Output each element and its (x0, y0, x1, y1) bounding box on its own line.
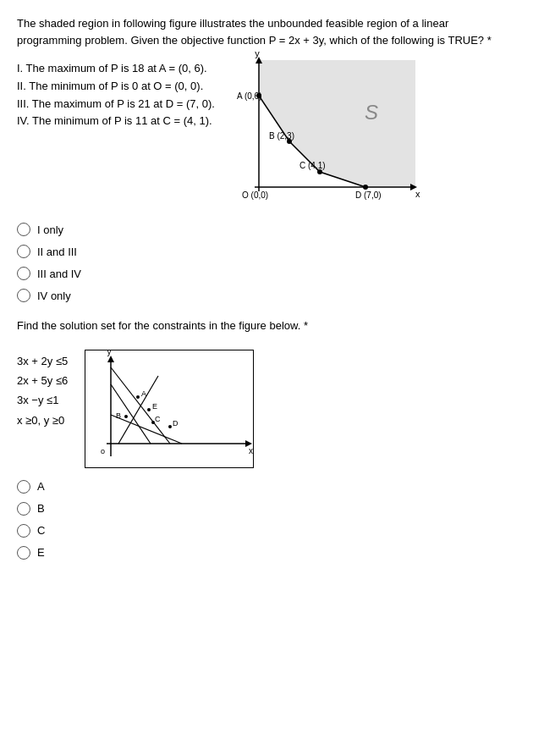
svg-point-36 (168, 425, 172, 428)
svg-text:y: y (255, 52, 260, 58)
constraint-2: 2x + 5y ≤6 (17, 371, 68, 390)
svg-text:E: E (152, 402, 157, 411)
svg-text:A (0,6): A (0,6) (237, 91, 261, 101)
q1-option-i-only[interactable]: I only (17, 223, 516, 236)
svg-text:S: S (365, 101, 378, 124)
q1-radio-iv-only[interactable] (17, 289, 30, 302)
svg-point-28 (136, 395, 140, 399)
statement-4: IV. The minimum of P is 11 at C = (4, 1)… (17, 113, 215, 130)
q2-label-a: A (37, 480, 45, 493)
q1-label-i-only: I only (37, 223, 63, 236)
q1-statements: I. The maximum of P is 18 at A = (0, 6).… (17, 60, 215, 212)
constraint-4: x ≥0, y ≥0 (17, 411, 68, 430)
q2-radio-a[interactable] (17, 480, 30, 494)
q2-graph: y x A (85, 350, 254, 468)
statement-1: I. The maximum of P is 18 at A = (0, 6). (17, 60, 215, 78)
q2-label-c: C (37, 524, 45, 537)
constraint-3: 3x −y ≤1 (17, 390, 68, 410)
q1-radio-i-only[interactable] (17, 223, 30, 236)
svg-point-32 (124, 415, 128, 418)
statement-3: III. The maximum of P is 21 at D = (7, 0… (17, 96, 215, 113)
q1-graph: y x S A (0,6) B (2,3) C (4,1) D (7,0) O (225, 52, 420, 212)
svg-point-15 (363, 185, 368, 190)
q2-option-a[interactable]: A (17, 480, 516, 494)
q2-label-e: E (37, 546, 45, 559)
q1-text: The shaded region in following figure il… (17, 15, 516, 48)
svg-text:D (7,0): D (7,0) (355, 190, 382, 200)
statement-2: II. The minimum of P is 0 at O = (0, 0). (17, 78, 215, 96)
q1-option-iii-iv[interactable]: III and IV (17, 267, 516, 280)
svg-text:B: B (116, 411, 121, 420)
svg-text:x: x (415, 189, 420, 199)
q2-options: A B C E (17, 480, 516, 560)
q2-text: Find the solution set for the constraint… (17, 317, 516, 334)
q1-label-ii-iii: II and III (37, 246, 77, 258)
svg-text:C: C (155, 415, 161, 423)
svg-text:o: o (101, 447, 105, 455)
q1-options: I only II and III III and IV IV only (17, 223, 516, 302)
q1-radio-iii-iv[interactable] (17, 267, 30, 280)
q2-constraints: 3x + 2y ≤5 2x + 5y ≤6 3x −y ≤1 x ≥0, y ≥… (17, 351, 68, 468)
q1-label-iii-iv: III and IV (37, 268, 81, 280)
svg-text:O (0,0): O (0,0) (242, 190, 268, 200)
svg-text:x: x (249, 446, 253, 455)
svg-text:y: y (107, 350, 112, 356)
svg-text:A: A (141, 389, 146, 398)
svg-text:D: D (173, 419, 179, 428)
q1-option-iv-only[interactable]: IV only (17, 289, 516, 302)
svg-text:B (2,3): B (2,3) (269, 131, 294, 141)
constraint-1: 3x + 2y ≤5 (17, 351, 68, 371)
q2-radio-b[interactable] (17, 502, 30, 516)
q2-option-b[interactable]: B (17, 502, 516, 516)
q2-option-c[interactable]: C (17, 524, 516, 538)
q2-option-e[interactable]: E (17, 546, 516, 560)
q2-label-b: B (37, 502, 45, 515)
q1-label-iv-only: IV only (37, 290, 71, 302)
svg-text:C (4,1): C (4,1) (299, 161, 326, 170)
q2-radio-e[interactable] (17, 546, 30, 560)
svg-point-30 (147, 408, 151, 411)
q1-option-ii-iii[interactable]: II and III (17, 245, 516, 258)
q2-radio-c[interactable] (17, 524, 30, 538)
q1-radio-ii-iii[interactable] (17, 245, 30, 258)
svg-marker-20 (107, 356, 114, 362)
question-1: The shaded region in following figure il… (17, 15, 516, 302)
svg-line-27 (111, 367, 170, 444)
svg-marker-1 (259, 60, 415, 187)
question-2: Find the solution set for the constraint… (17, 317, 516, 560)
